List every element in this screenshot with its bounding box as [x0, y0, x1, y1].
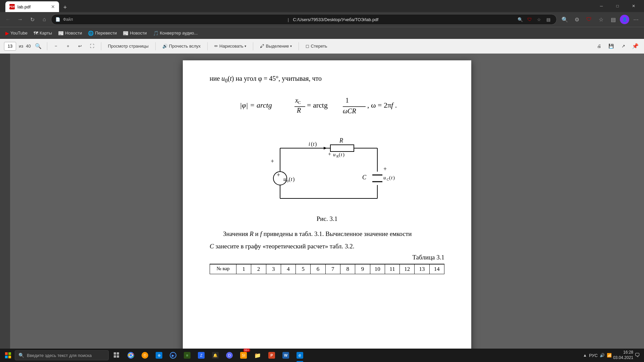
tab-favicon: PDF — [9, 4, 15, 9]
highlight-button[interactable]: 🖍 Выделение ▾ — [257, 42, 294, 51]
main-content: ние u0(t) на угол φ = 45°, учитывая, что… — [0, 54, 644, 349]
table-header: № вар 1 2 3 4 5 6 7 8 9 10 11 12 13 14 — [210, 264, 444, 274]
maps-icon: 🗺 — [34, 31, 38, 36]
zoom-in-icon[interactable]: 🔍 — [516, 15, 524, 23]
taskbar-right: ▲ РУС 🔊 📶 16:28 03.04.2021 🗨 — [580, 350, 643, 360]
favorites-icon[interactable]: ☆ — [596, 14, 606, 25]
bookmark-news2[interactable]: 📰 Новости — [120, 28, 149, 38]
taskbar-powerpoint[interactable]: P — [265, 349, 278, 362]
pin-button[interactable]: 📌 — [631, 42, 640, 51]
start-button[interactable] — [1, 349, 15, 362]
svg-text:t: t — [391, 175, 393, 180]
taskbar-app6[interactable]: Z — [195, 349, 208, 362]
address-text: C:/Users/79533/Desktop/Учеба/ТОЭ/lab.pdf — [293, 17, 514, 22]
page-number-input[interactable] — [4, 42, 16, 51]
svg-text:(: ( — [339, 152, 340, 158]
file-icon: 📄 — [55, 17, 60, 22]
svg-text:,    ω = 2πf  .: , ω = 2πf . — [367, 101, 397, 109]
bookmark-youtube[interactable]: ▶ YouTube — [3, 28, 30, 38]
toolbar-divider2 — [101, 42, 101, 50]
active-tab[interactable]: PDF lab.pdf ✕ — [5, 1, 59, 12]
svg-text:u: u — [383, 175, 386, 180]
refresh-button[interactable]: ↻ — [27, 14, 38, 25]
bookmark-maps[interactable]: 🗺 Карты — [31, 28, 55, 38]
maximize-button[interactable]: □ — [610, 0, 625, 12]
taskbar-app3[interactable]: ⊕ — [152, 349, 166, 362]
forward-button[interactable]: → — [15, 14, 25, 25]
svg-text:C: C — [298, 100, 301, 105]
svg-text:(: ( — [311, 141, 313, 147]
settings-icon[interactable]: ⚙ — [572, 14, 582, 25]
fit-button[interactable]: ⛶ — [88, 42, 97, 51]
taskbar-app8[interactable]: D — [223, 349, 236, 362]
bookmark-translate[interactable]: 🌐 Перевести — [85, 28, 119, 38]
notification-button[interactable]: 🗨 — [635, 352, 640, 358]
bookmark-converter[interactable]: 🎵 Конвертер аудио... — [150, 28, 201, 38]
save-button[interactable]: 💾 — [606, 42, 616, 51]
svg-rect-30 — [330, 145, 354, 152]
taskbar-word[interactable]: W — [279, 349, 292, 362]
view-page-button[interactable]: Просмотр страницы — [105, 42, 151, 51]
taskbar-app7[interactable]: 🔔 — [209, 349, 222, 362]
svg-text:(: ( — [389, 175, 391, 181]
svg-rect-54 — [117, 355, 119, 358]
profile-avatar[interactable]: 👤 — [620, 15, 629, 24]
date-display: 03.04.2021 — [613, 355, 633, 361]
erase-icon: ◻ — [306, 44, 309, 49]
erase-button[interactable]: ◻ Стереть — [303, 42, 330, 51]
taskbar-apps: © ⊕ ▶ ≡ Z 🔔 D SI 99+ 📁 P W — [110, 349, 307, 362]
tab-close-button[interactable]: ✕ — [51, 4, 55, 9]
time-display: 16:28 — [613, 350, 633, 355]
bookmarks-bar: ▶ YouTube 🗺 Карты 📰 Новости 🌐 Перевести … — [0, 27, 644, 39]
taskbar-app9[interactable]: SI 99+ — [237, 349, 250, 362]
svg-text:+: + — [277, 172, 280, 178]
zoom-out-button[interactable]: − — [51, 42, 61, 51]
taskbar-search[interactable]: 🔍 Введите здесь текст для поиска — [15, 350, 109, 360]
zoom-button[interactable]: 🔍 — [559, 14, 570, 25]
taskbar-edge[interactable]: e — [293, 349, 307, 362]
table-cell-13: 13 — [415, 264, 429, 274]
new-tab-button[interactable]: + — [60, 3, 70, 12]
share-button[interactable]: ↗ — [619, 42, 628, 51]
star-icon[interactable]: ☆ — [535, 15, 543, 23]
svg-text:1: 1 — [345, 97, 349, 104]
collections-icon[interactable]: ▤ — [544, 15, 552, 23]
read-aloud-button[interactable]: 🔊 Прочесть вслух — [160, 42, 203, 51]
taskbar-files[interactable]: 📁 — [251, 349, 264, 362]
collections-nav-icon[interactable]: ▤ — [608, 14, 619, 25]
undo-button[interactable]: ↩ — [75, 42, 85, 51]
taskbar-app5[interactable]: ≡ — [180, 349, 194, 362]
more-button[interactable]: ⋯ — [631, 14, 641, 25]
draw-button[interactable]: ✏ Нарисовать ▾ — [212, 42, 249, 51]
minimize-button[interactable]: ─ — [594, 0, 609, 12]
address-bar[interactable]: 📄 Файл | C:/Users/79533/Desktop/Учеба/ТО… — [51, 14, 557, 25]
file-label: Файл — [63, 17, 284, 22]
svg-text:|φ| = arctg: |φ| = arctg — [240, 101, 272, 109]
bookmark-label: Карты — [40, 31, 52, 36]
draw-icon: ✏ — [214, 44, 218, 49]
close-button[interactable]: ✕ — [626, 0, 641, 12]
page-total-label: 40 — [26, 44, 31, 49]
home-button[interactable]: ⌂ — [39, 14, 50, 25]
zoom-in-button[interactable]: + — [63, 42, 73, 51]
search-button[interactable]: 🔍 — [34, 42, 43, 51]
back-button[interactable]: ← — [3, 14, 13, 25]
table-cell-2: 2 — [251, 264, 266, 274]
taskbar-app4[interactable]: ▶ — [166, 349, 180, 362]
shield-nav-icon[interactable]: 🛡 — [584, 14, 594, 25]
bookmark-news1[interactable]: 📰 Новости — [55, 28, 85, 38]
taskbar-app2[interactable]: © — [138, 349, 152, 362]
taskbar-chrome[interactable] — [124, 349, 138, 362]
taskbar-clock[interactable]: 16:28 03.04.2021 — [613, 350, 633, 360]
table-cell-7: 7 — [326, 264, 340, 274]
print-button[interactable]: 🖨 — [594, 42, 604, 51]
pdf-viewer[interactable]: ние u0(t) на угол φ = 45°, учитывая, что… — [10, 54, 644, 349]
table-cell-5: 5 — [296, 264, 311, 274]
svg-rect-47 — [5, 352, 8, 355]
svg-text:): ) — [315, 141, 317, 147]
svg-text:): ) — [393, 175, 395, 181]
read-aloud-icon: 🔊 — [162, 44, 168, 49]
svg-text:t: t — [341, 152, 342, 157]
circuit-container: + + u 0 ( t ) i ( t ) — [210, 131, 444, 212]
task-view-button[interactable] — [110, 349, 123, 362]
